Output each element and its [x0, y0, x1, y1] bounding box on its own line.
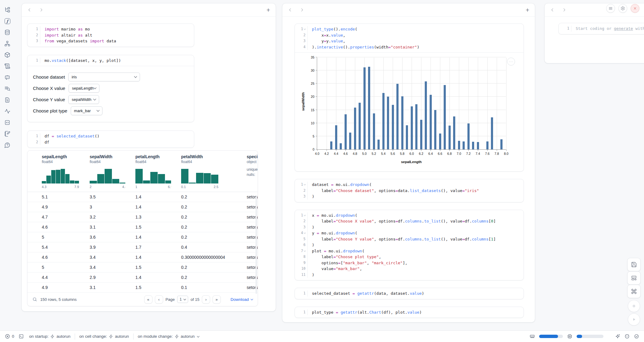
table-scrollbar[interactable] [256, 196, 257, 294]
tracing-icon[interactable] [4, 108, 11, 115]
scroll-right-icon[interactable] [562, 8, 567, 12]
code-editor[interactable]: 1dataset = mo.ui.dropdown(2 label="Choos… [295, 179, 524, 202]
layout-toggle-button[interactable] [627, 271, 641, 285]
download-button[interactable]: Download [231, 297, 253, 302]
table-row[interactable]: 5.43.91.70.4setosa [27, 242, 258, 252]
table-row[interactable]: 4.73.21.30.2setosa [27, 212, 258, 222]
y-value-select[interactable]: sepalWidth [68, 95, 99, 104]
plot-type-select[interactable]: mark_bar [71, 106, 102, 115]
add-cell-button[interactable]: + [267, 7, 270, 13]
fold-chevron-icon[interactable] [304, 183, 306, 185]
fold-chevron-icon[interactable] [304, 232, 306, 234]
notebook-column-right: 1 Start coding or generate with AI. [544, 3, 644, 63]
error-indicator[interactable]: 0 [5, 334, 14, 339]
scroll-right-icon[interactable] [39, 8, 44, 12]
chart-bar [340, 143, 342, 149]
runtime-config-item[interactable]: on module change:autorun [138, 334, 199, 339]
dependencies-icon[interactable] [4, 40, 11, 47]
ai-assist-button[interactable] [615, 334, 620, 339]
assistant-button[interactable] [624, 334, 630, 339]
search-icon[interactable] [32, 297, 37, 302]
code-editor[interactable]: 1import marimo as mo2import altair as al… [27, 24, 194, 47]
bar-chart[interactable]: 4.04.24.44.64.85.05.25.45.65.86.06.26.46… [295, 53, 524, 172]
chart-actions-button[interactable]: ··· [507, 58, 515, 66]
table-row[interactable]: 53.61.40.2setosa [27, 232, 258, 242]
dataset-select[interactable]: iris [68, 73, 140, 81]
first-page-button[interactable]: « [144, 295, 152, 304]
command-palette-button[interactable] [627, 285, 641, 298]
run-all-button[interactable] [628, 313, 640, 326]
variables-icon[interactable]: ƒ [4, 17, 11, 25]
code-editor[interactable]: 1mo.vstack([dataset, x, y, plot]) [27, 55, 194, 66]
x-value-select[interactable]: sepalLength [69, 84, 99, 93]
table-row[interactable]: 53.41.50.2setosa [27, 262, 258, 273]
ai-chat-icon[interactable] [4, 74, 11, 81]
runtime-config-item[interactable]: on startup:autorun [29, 334, 71, 339]
documentation-icon[interactable] [4, 96, 11, 104]
scroll-left-icon[interactable] [288, 8, 292, 12]
scroll-left-icon[interactable] [27, 8, 32, 12]
next-page-button[interactable]: › [202, 295, 210, 304]
file-explorer-icon[interactable] [4, 6, 11, 13]
help-icon[interactable] [4, 141, 11, 149]
datasources-icon[interactable] [4, 29, 11, 36]
chevron-down-icon [184, 297, 186, 300]
column-header-petalWidth[interactable]: petalWidthfloat640.12.5 [171, 154, 236, 189]
table-cell: 0.2 [171, 194, 236, 199]
table-cell: 2.9 [80, 275, 125, 280]
code-editor[interactable]: 1x = mo.ui.dropdown(2 label="Choose X va… [295, 210, 524, 280]
settings-button[interactable] [618, 4, 627, 13]
chart-plot-area[interactable]: 4.04.24.44.64.85.05.25.45.65.86.06.26.46… [317, 58, 506, 150]
code-editor[interactable]: 1plot_type().encode(2 x=x.value,3 y=y.va… [295, 24, 524, 52]
table-row[interactable]: 5.13.51.40.2setosa [27, 192, 258, 202]
chart-bar [472, 142, 474, 149]
prev-page-button[interactable]: ‹ [155, 295, 163, 304]
table-cell: 5 [32, 235, 80, 240]
outline-icon[interactable] [4, 62, 11, 70]
scroll-right-icon[interactable] [300, 8, 304, 12]
fold-chevron-icon[interactable] [304, 28, 306, 30]
table-row[interactable]: 4.93.11.50.1setosa [27, 283, 258, 293]
table-row[interactable]: 4.63.11.50.2setosa [27, 222, 258, 232]
chart-bar [420, 120, 422, 150]
line-number: 1 [295, 290, 308, 297]
page-select[interactable]: 1 [177, 296, 188, 303]
code-cell-selected-dataset: 1selected_dataset = getattr(data, datase… [295, 288, 524, 299]
table-row[interactable]: 4.931.40.2setosa [27, 202, 258, 212]
function-glyph: ƒ [5, 18, 10, 24]
stop-button[interactable] [628, 300, 640, 312]
snippets-icon[interactable] [4, 119, 11, 126]
packages-icon[interactable] [4, 51, 11, 59]
code-editor[interactable]: 1selected_dataset = getattr(data, datase… [295, 288, 524, 299]
runtime-config-item[interactable]: on cell change:autorun [79, 334, 129, 339]
code-cell-imports: 1import marimo as mo2import altair as al… [27, 23, 194, 47]
table-row[interactable]: 4.63.41.40.30000000000000004setosa [27, 252, 258, 262]
notebook-menu-button[interactable] [606, 4, 615, 13]
add-cell-button[interactable]: + [526, 7, 529, 13]
logs-icon[interactable] [4, 85, 11, 92]
close-panel-button[interactable] [631, 4, 639, 13]
table-footer: 150 rows, 5 columns « ‹ Page 1 of 15 › »… [27, 293, 258, 306]
page-count-label: of 15 [191, 297, 199, 302]
terminal-button[interactable] [19, 334, 24, 339]
scroll-left-icon[interactable] [550, 8, 555, 12]
notebook-column-middle: + 1plot_type().encode(2 x=x.value,3 y=y.… [282, 3, 535, 322]
line-number: 3 [295, 194, 308, 200]
column-header-species[interactable]: speciesobjectunique:nulls: [236, 154, 258, 189]
fold-chevron-icon[interactable] [304, 214, 306, 216]
save-button[interactable] [627, 258, 641, 271]
code-editor[interactable]: 1plot_type = getattr(alt.Chart(df), plot… [295, 307, 524, 318]
line-number: 3 [295, 38, 308, 44]
code-editor-placeholder[interactable]: Start coding or generate with AI. [571, 26, 644, 32]
fold-chevron-icon[interactable] [304, 250, 306, 252]
connection-status-button[interactable] [634, 334, 639, 339]
table-cell: setosa [236, 194, 258, 199]
column-header-sepalLength[interactable]: sepalLengthfloat644.37.9 [32, 154, 80, 189]
last-page-button[interactable]: » [213, 295, 221, 304]
scratchpad-icon[interactable] [4, 130, 11, 137]
column-header-sepalWidth[interactable]: sepalWidthfloat6424.4 [80, 154, 125, 189]
control-label: Choose Y value [33, 97, 65, 102]
code-editor[interactable]: 1df = selected_dataset()2df [27, 131, 194, 148]
column-header-petalLength[interactable]: petalLengthfloat6416.9 [125, 154, 171, 189]
table-row[interactable]: 4.42.91.40.2setosa [27, 273, 258, 283]
